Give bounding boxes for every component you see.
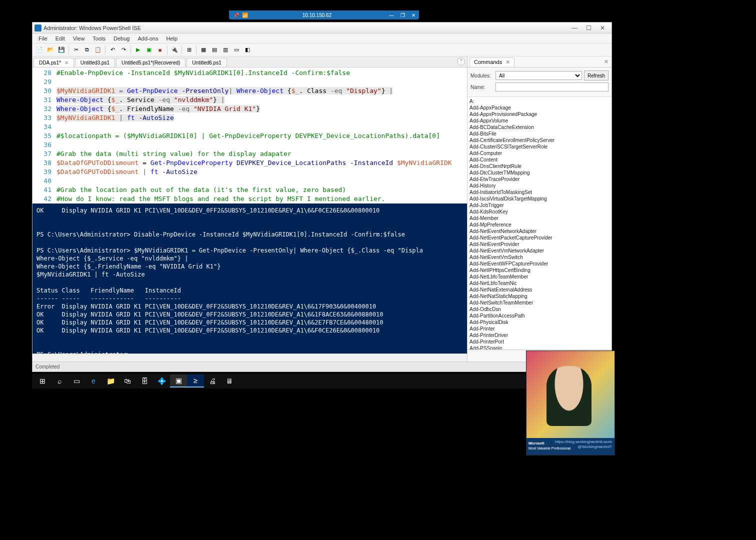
script-editor[interactable]: 2829303132333435363738394041424344454647…: [32, 68, 467, 204]
printer-icon[interactable]: 🖨: [204, 374, 221, 388]
command-item[interactable]: Add-NetEventPacketCaptureProvider: [470, 234, 610, 241]
modules-select[interactable]: All: [496, 71, 582, 80]
hyperv-icon[interactable]: 💠: [153, 374, 170, 388]
run-button[interactable]: ▶: [133, 45, 143, 55]
command-item[interactable]: Add-BCDataCacheExtension: [470, 124, 610, 130]
command-item[interactable]: Add-NetSwitchTeamMember: [470, 300, 610, 306]
command-item[interactable]: Add-AppxProvisionedPackage: [470, 111, 610, 118]
open-button[interactable]: 📂: [46, 45, 56, 55]
menu-view[interactable]: View: [69, 34, 89, 42]
command-item[interactable]: Add-NetLbfoTeamMember: [470, 274, 610, 280]
commands-tab[interactable]: Commands ✕: [470, 58, 514, 66]
title-bar[interactable]: Administrator: Windows PowerShell ISE — …: [32, 22, 612, 34]
tab-untitled6-ps1[interactable]: Untitled6.ps1: [186, 58, 226, 67]
command-item[interactable]: Add-NetEventProvider: [470, 241, 610, 248]
code-area[interactable]: #Enable-PnpDevice -InstanceId $MyNVidiaG…: [54, 68, 467, 204]
command-item[interactable]: Add-NetEventVmSwitch: [470, 254, 610, 260]
save-button[interactable]: 💾: [56, 45, 66, 55]
layout2-button[interactable]: ▤: [210, 45, 220, 55]
tab-dda-ps1-[interactable]: DDA.ps1* ✕: [34, 58, 74, 67]
menu-debug[interactable]: Debug: [110, 34, 134, 42]
server-manager-icon[interactable]: 🗄: [136, 374, 153, 388]
command-item[interactable]: Add-EtwTraceProvider: [470, 176, 610, 182]
toggle-script-button[interactable]: ▭: [232, 45, 242, 55]
search-button[interactable]: ⌕: [51, 374, 68, 388]
explorer-icon[interactable]: 📁: [102, 374, 119, 388]
taskview-button[interactable]: ▭: [68, 374, 85, 388]
command-item[interactable]: Add-IscsiVirtualDiskTargetMapping: [470, 196, 610, 202]
run-selection-button[interactable]: ▣: [144, 45, 154, 55]
undo-button[interactable]: ↶: [108, 45, 118, 55]
command-item[interactable]: Add-PhysicalDisk: [470, 319, 610, 326]
command-item[interactable]: Add-Member: [470, 215, 610, 222]
collapse-script-button[interactable]: ˄: [457, 58, 465, 66]
command-item[interactable]: Add-NetEventNetworkAdapter: [470, 228, 610, 234]
paste-button[interactable]: 📋: [93, 45, 103, 55]
command-item[interactable]: Add-NetNatStaticMapping: [470, 293, 610, 300]
close-button[interactable]: ✕: [596, 24, 610, 32]
command-item[interactable]: Add-BitsFile: [470, 130, 610, 137]
rdp-minimize-button[interactable]: —: [386, 12, 397, 18]
edge-icon[interactable]: e: [85, 374, 102, 388]
redo-button[interactable]: ↷: [118, 45, 128, 55]
new-remote-button[interactable]: 🔌: [170, 45, 180, 55]
close-panel-button[interactable]: ✕: [604, 58, 608, 65]
copy-button[interactable]: ⧉: [82, 45, 92, 55]
minimize-button[interactable]: —: [568, 24, 582, 32]
command-item[interactable]: Add-PartitionAccessPath: [470, 312, 610, 319]
maximize-button[interactable]: ☐: [582, 24, 596, 32]
horizontal-scrollbar[interactable]: [32, 354, 467, 362]
layout1-button[interactable]: ▦: [198, 45, 208, 55]
command-item[interactable]: Add-NetIPHttpsCertBinding: [470, 267, 610, 274]
console-pane[interactable]: OK Display NVIDIA GRID K1 PCI\VEN_10DE&D…: [32, 204, 467, 354]
layout3-button[interactable]: ▥: [220, 45, 230, 55]
tab-untitled5-ps1--recovered-[interactable]: Untitled5.ps1*(Recovered): [116, 58, 186, 67]
name-input[interactable]: [496, 82, 608, 92]
rdp-restore-button[interactable]: ❐: [397, 12, 408, 18]
show-command-button[interactable]: ⊞: [184, 45, 194, 55]
command-item[interactable]: Add-Content: [470, 156, 610, 163]
tab-untitled3-ps1[interactable]: Untitled3.ps1: [75, 58, 115, 67]
command-item[interactable]: Add-PSSnapin: [470, 345, 610, 350]
command-item[interactable]: Add-NetNatExternalAddress: [470, 286, 610, 293]
new-button[interactable]: 📄: [34, 45, 44, 55]
command-item[interactable]: A:: [470, 98, 610, 104]
command-item[interactable]: Add-Computer: [470, 150, 610, 156]
command-item[interactable]: Add-JobTrigger: [470, 202, 610, 208]
stop-button[interactable]: ■: [155, 45, 165, 55]
cut-button[interactable]: ✂: [71, 45, 81, 55]
commands-list[interactable]: A:Add-AppxPackageAdd-AppxProvisionedPack…: [468, 97, 612, 350]
command-item[interactable]: Add-AppxVolume: [470, 118, 610, 124]
refresh-button[interactable]: Refresh: [584, 70, 608, 80]
command-item[interactable]: Add-PrinterDriver: [470, 332, 610, 338]
devices-icon[interactable]: 🖥: [221, 374, 238, 388]
show-commands-button[interactable]: ◧: [242, 45, 252, 55]
close-commands-tab[interactable]: ✕: [506, 59, 510, 65]
command-item[interactable]: Add-KdsRootKey: [470, 208, 610, 215]
command-item[interactable]: Add-History: [470, 182, 610, 189]
command-item[interactable]: Add-NetEventWFPCaptureProvider: [470, 260, 610, 267]
menu-edit[interactable]: Edit: [52, 34, 69, 42]
powershell-icon[interactable]: ≥: [187, 374, 204, 388]
command-item[interactable]: Add-NetLbfoTeamNic: [470, 280, 610, 286]
menu-help[interactable]: Help: [162, 34, 182, 42]
store-icon[interactable]: 🛍: [119, 374, 136, 388]
command-item[interactable]: Add-AppxPackage: [470, 104, 610, 111]
command-item[interactable]: Add-NetEventVmNetworkAdapter: [470, 248, 610, 254]
close-tab-icon[interactable]: ✕: [64, 60, 68, 66]
command-item[interactable]: Add-DtcClusterTMMapping: [470, 170, 610, 176]
pin-icon[interactable]: 📌: [233, 12, 239, 18]
command-item[interactable]: Add-InitiatorIdToMaskingSet: [470, 189, 610, 196]
command-item[interactable]: Add-OdbcDsn: [470, 306, 610, 312]
command-item[interactable]: Add-DnsClientNrptRule: [470, 163, 610, 170]
command-item[interactable]: Add-PrinterPort: [470, 338, 610, 345]
command-item[interactable]: Add-CertificateEnrollmentPolicyServer: [470, 137, 610, 144]
command-item[interactable]: Add-ClusteriSCSITargetServerRole: [470, 144, 610, 150]
menu-tools[interactable]: Tools: [88, 34, 110, 42]
command-item[interactable]: Add-Printer: [470, 326, 610, 332]
menu-file[interactable]: File: [34, 34, 52, 42]
command-item[interactable]: Add-MpPreference: [470, 222, 610, 228]
ise-taskbar-icon[interactable]: ▣: [170, 374, 187, 388]
start-button[interactable]: ⊞: [34, 374, 51, 388]
rdp-close-button[interactable]: ✕: [408, 12, 419, 18]
